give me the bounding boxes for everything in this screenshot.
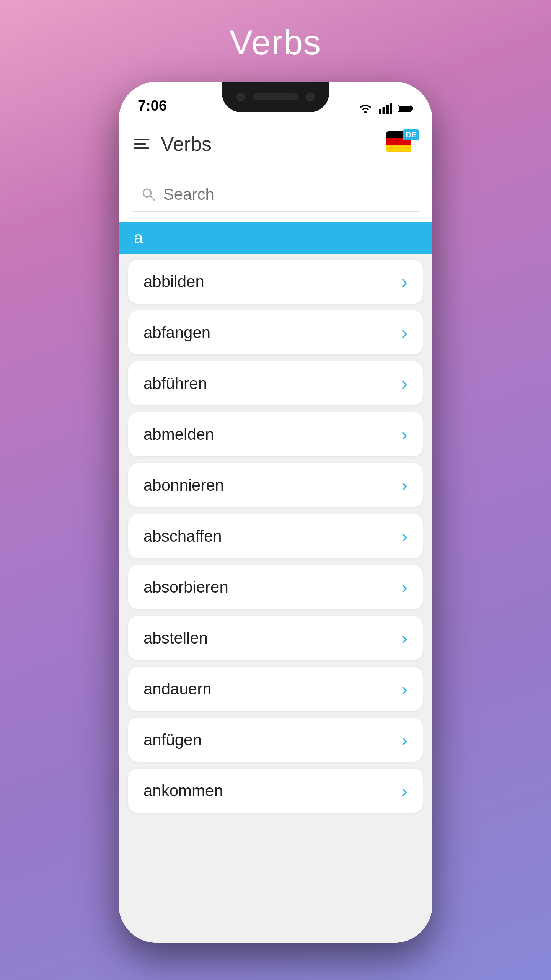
verb-item[interactable]: abbilden › bbox=[128, 260, 423, 304]
search-icon bbox=[142, 187, 156, 202]
chevron-right-icon: › bbox=[401, 780, 408, 801]
signal-icon bbox=[379, 103, 392, 114]
status-icons bbox=[358, 103, 413, 114]
chevron-right-icon: › bbox=[401, 322, 408, 343]
letter-filter-section: a bbox=[119, 222, 432, 254]
verb-name: abstellen bbox=[143, 629, 208, 647]
wifi-icon bbox=[358, 103, 373, 114]
chevron-right-icon: › bbox=[401, 424, 408, 445]
menu-line-1 bbox=[134, 139, 149, 140]
svg-rect-4 bbox=[390, 103, 393, 114]
verb-name: anfügen bbox=[143, 731, 202, 749]
search-container bbox=[119, 168, 432, 222]
page-title: Verbs bbox=[230, 23, 321, 62]
verb-name: andauern bbox=[143, 680, 212, 698]
svg-rect-7 bbox=[412, 107, 413, 110]
verb-item[interactable]: abfangen › bbox=[128, 310, 423, 354]
chevron-right-icon: › bbox=[401, 373, 408, 394]
menu-button[interactable] bbox=[134, 139, 149, 149]
svg-point-0 bbox=[364, 111, 367, 113]
app-content: Verbs DE a bbox=[119, 120, 432, 943]
phone-mockup: 7:06 bbox=[119, 82, 432, 943]
svg-rect-2 bbox=[383, 107, 385, 114]
status-time: 7:06 bbox=[138, 98, 167, 114]
verb-item[interactable]: abführen › bbox=[128, 361, 423, 405]
menu-line-3 bbox=[134, 147, 149, 149]
verb-item[interactable]: anfügen › bbox=[128, 718, 423, 762]
verb-item[interactable]: abmelden › bbox=[128, 412, 423, 456]
camera-dot-right bbox=[306, 93, 315, 101]
verb-name: abmelden bbox=[143, 425, 214, 444]
camera-dot-left bbox=[236, 93, 245, 101]
battery-icon bbox=[398, 104, 413, 113]
verb-name: abbilden bbox=[143, 273, 204, 291]
verb-item[interactable]: absorbieren › bbox=[128, 565, 423, 609]
svg-line-9 bbox=[150, 196, 155, 201]
svg-rect-3 bbox=[386, 105, 389, 114]
chevron-right-icon: › bbox=[401, 526, 408, 547]
verb-name: abschaffen bbox=[143, 527, 222, 546]
language-flag-button[interactable]: DE bbox=[386, 131, 417, 156]
app-header-title: Verbs bbox=[161, 132, 386, 155]
verb-name: abonnieren bbox=[143, 476, 224, 495]
chevron-right-icon: › bbox=[401, 678, 408, 699]
phone-notch bbox=[222, 82, 329, 112]
speaker-bar bbox=[253, 93, 298, 100]
menu-line-2 bbox=[134, 143, 146, 145]
chevron-right-icon: › bbox=[401, 271, 408, 292]
chevron-right-icon: › bbox=[401, 577, 408, 598]
verb-name: abfangen bbox=[143, 323, 210, 342]
chevron-right-icon: › bbox=[401, 475, 408, 496]
search-input[interactable] bbox=[163, 185, 409, 204]
svg-rect-6 bbox=[399, 106, 411, 111]
verb-item[interactable]: abonnieren › bbox=[128, 463, 423, 507]
verb-item[interactable]: andauern › bbox=[128, 667, 423, 711]
verb-item[interactable]: abstellen › bbox=[128, 616, 423, 660]
chevron-right-icon: › bbox=[401, 627, 408, 648]
verb-item[interactable]: ankommen › bbox=[128, 769, 423, 813]
flag-badge: DE bbox=[403, 129, 419, 140]
verb-name: ankommen bbox=[143, 782, 223, 800]
verb-name: abführen bbox=[143, 374, 207, 393]
active-letter: a bbox=[134, 229, 143, 247]
svg-rect-1 bbox=[379, 109, 381, 114]
verb-item[interactable]: abschaffen › bbox=[128, 514, 423, 558]
search-bar bbox=[132, 178, 419, 212]
app-header: Verbs DE bbox=[119, 120, 432, 168]
chevron-right-icon: › bbox=[401, 729, 408, 750]
verb-list: abbilden › abfangen › abführen › abmelde… bbox=[119, 254, 432, 943]
verb-name: absorbieren bbox=[143, 578, 228, 596]
